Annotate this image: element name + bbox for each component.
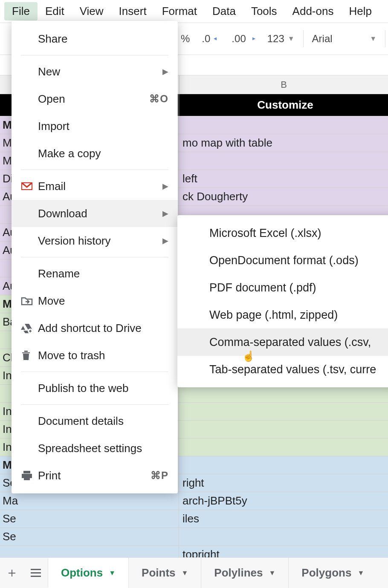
menu-item-label: Document details: [38, 415, 168, 428]
download-option-pdf-document-pdf-[interactable]: PDF document (.pdf): [177, 274, 388, 301]
file-menu-item-print[interactable]: Print⌘P: [12, 462, 178, 489]
cell-b[interactable]: Customize: [179, 94, 388, 116]
drive-add-icon: [21, 323, 38, 333]
file-menu-item-publish-to-the-web[interactable]: Publish to the web: [12, 375, 178, 402]
menu-data[interactable]: Data: [205, 2, 243, 20]
table-row[interactable]: Se: [0, 528, 388, 546]
cell-b[interactable]: [179, 456, 388, 474]
number-format-label: 123: [267, 33, 284, 45]
cell-b[interactable]: mo map with table: [179, 134, 388, 152]
download-submenu: Microsoft Excel (.xlsx)OpenDocument form…: [177, 215, 388, 387]
right-arrow-icon: [249, 37, 255, 40]
sheet-tab-options[interactable]: Options▼: [48, 558, 128, 588]
file-menu-item-version-history[interactable]: Version history▶: [12, 227, 178, 254]
file-menu-item-document-details[interactable]: Document details: [12, 407, 178, 435]
menu-view[interactable]: View: [72, 2, 111, 20]
increase-decimal-label: .00: [232, 33, 246, 45]
sheet-tab-label: Options: [61, 566, 103, 579]
table-row[interactable]: Seiles: [0, 510, 388, 528]
menu-item-label: Rename: [38, 267, 168, 280]
menu-item-label: Version history: [38, 234, 162, 248]
sheet-tab-label: Polylines: [214, 566, 263, 579]
dropdown-caret-icon: ▼: [357, 569, 364, 577]
cell-b[interactable]: arch-jBPBt5y: [179, 492, 388, 510]
cell-b[interactable]: left: [179, 170, 388, 187]
file-menu-item-share[interactable]: Share: [12, 25, 178, 52]
menu-help[interactable]: Help: [341, 2, 379, 20]
menu-icon: [31, 569, 41, 577]
menu-item-label: Print: [38, 469, 151, 482]
gmail-icon: [21, 182, 38, 190]
menu-item-label: Share: [38, 32, 168, 46]
all-sheets-button[interactable]: [24, 558, 48, 588]
cell-a[interactable]: Se: [0, 510, 179, 527]
download-option-microsoft-excel-xlsx-[interactable]: Microsoft Excel (.xlsx): [177, 219, 388, 247]
file-menu-item-add-shortcut-to-drive[interactable]: Add shortcut to Drive: [12, 314, 178, 342]
file-menu-item-move[interactable]: Move: [12, 287, 178, 314]
menu-item-label: Make a copy: [38, 147, 168, 160]
sheet-tab-polygons[interactable]: Polygons▼: [288, 558, 377, 588]
menu-addons[interactable]: Add-ons: [285, 2, 342, 20]
menu-item-label: New: [38, 65, 162, 78]
cell-b[interactable]: [179, 421, 388, 438]
file-menu-item-open[interactable]: Open⌘O: [12, 85, 178, 112]
menu-item-label: Open: [38, 92, 149, 106]
download-option-web-page-html-zipped-[interactable]: Web page (.html, zipped): [177, 301, 388, 329]
cell-b[interactable]: [179, 438, 388, 456]
cell-a[interactable]: Se: [0, 528, 179, 545]
download-option-opendocument-format-ods-[interactable]: OpenDocument format (.ods): [177, 247, 388, 274]
menu-format[interactable]: Format: [154, 2, 205, 20]
menu-tools[interactable]: Tools: [243, 2, 285, 20]
menu-divider: [21, 372, 168, 372]
cell-b[interactable]: right: [179, 474, 388, 492]
sheet-tabs-bar: Options▼Points▼Polylines▼Polygons▼: [0, 557, 388, 588]
menu-edit[interactable]: Edit: [38, 2, 72, 20]
decrease-decimal-button[interactable]: .0: [196, 23, 226, 55]
file-menu-item-download[interactable]: Download▶: [12, 200, 178, 227]
dropdown-caret-icon: ▼: [288, 35, 295, 43]
menu-item-label: Publish to the web: [38, 382, 168, 395]
download-option-tab-separated-values-tsv-curre[interactable]: Tab-separated values (.tsv, curre: [177, 356, 388, 383]
keyboard-shortcut: ⌘O: [149, 93, 168, 105]
file-menu-item-import[interactable]: Import: [12, 112, 178, 140]
cell-b[interactable]: [179, 152, 388, 170]
cell-b[interactable]: [179, 403, 388, 420]
cell-b[interactable]: [179, 116, 388, 134]
chevron-right-icon: ▶: [162, 209, 168, 218]
download-option-comma-separated-values-csv-[interactable]: Comma-separated values (.csv,: [177, 329, 388, 356]
trash-icon: [21, 350, 38, 361]
menu-item-label: Import: [38, 120, 168, 133]
file-menu-item-rename[interactable]: Rename: [12, 260, 178, 287]
menu-item-label: Download: [38, 207, 162, 220]
cell-b[interactable]: [179, 385, 388, 402]
increase-decimal-button[interactable]: .00: [226, 23, 261, 55]
menu-item-label: Move: [38, 294, 168, 308]
menu-item-label: Move to trash: [38, 349, 168, 362]
cell-b[interactable]: ck Dougherty: [179, 188, 388, 205]
number-format-dropdown[interactable]: 123 ▼: [261, 23, 301, 55]
file-menu-item-spreadsheet-settings[interactable]: Spreadsheet settings: [12, 435, 178, 462]
column-header-b[interactable]: B: [179, 75, 388, 94]
menu-file[interactable]: File: [4, 2, 38, 20]
cell-a[interactable]: Ma: [0, 492, 179, 510]
menu-item-label: Email: [38, 180, 162, 193]
menu-divider: [21, 170, 168, 170]
dropdown-caret-icon: ▼: [182, 569, 188, 577]
table-row[interactable]: Maarch-jBPBt5y: [0, 492, 388, 510]
font-family-label: Arial: [312, 33, 333, 45]
file-menu-item-email[interactable]: Email▶: [12, 173, 178, 200]
sheet-tab-polylines[interactable]: Polylines▼: [201, 558, 288, 588]
cell-b[interactable]: [179, 528, 388, 545]
file-menu-item-new[interactable]: New▶: [12, 58, 178, 85]
sheet-tab-points[interactable]: Points▼: [128, 558, 201, 588]
file-menu-item-make-a-copy[interactable]: Make a copy: [12, 140, 178, 167]
add-sheet-button[interactable]: [0, 558, 24, 588]
sheet-tab-label: Polygons: [301, 566, 351, 579]
menu-divider: [21, 55, 168, 55]
dropdown-caret-icon: ▼: [269, 569, 276, 577]
file-menu-item-move-to-trash[interactable]: Move to trash: [12, 342, 178, 369]
font-family-dropdown[interactable]: Arial ▼: [306, 23, 383, 55]
cell-b[interactable]: iles: [179, 510, 388, 527]
menu-insert[interactable]: Insert: [111, 2, 154, 20]
format-percent-button[interactable]: %: [175, 23, 196, 55]
